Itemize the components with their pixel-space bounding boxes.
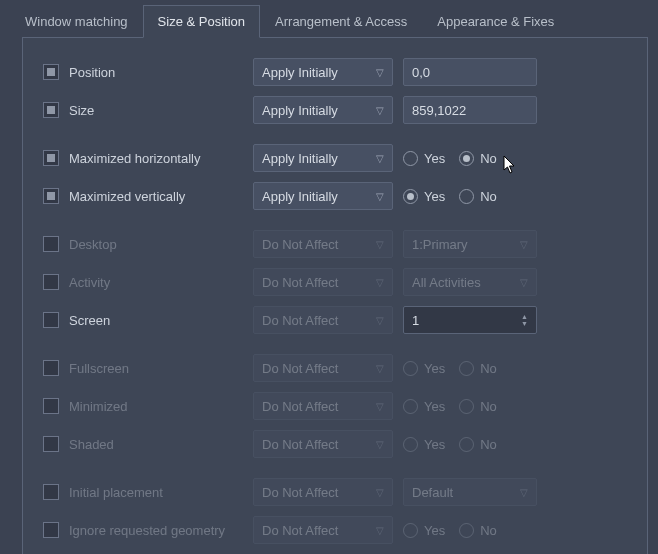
position-apply-select[interactable]: Apply Initially ▽ — [253, 58, 393, 86]
initial-placement-apply-select: Do Not Affect ▽ — [253, 478, 393, 506]
initial-placement-checkbox[interactable] — [43, 484, 59, 500]
screen-checkbox[interactable] — [43, 312, 59, 328]
ignore-geometry-no-radio — [459, 523, 474, 538]
fullscreen-apply-select: Do Not Affect ▽ — [253, 354, 393, 382]
max-h-no-label: No — [480, 151, 497, 166]
screen-apply-select: Do Not Affect ▽ — [253, 306, 393, 334]
row-position: Position Apply Initially ▽ 0,0 — [43, 56, 627, 88]
max-v-no-radio[interactable] — [459, 189, 474, 204]
minimized-checkbox[interactable] — [43, 398, 59, 414]
max-h-label: Maximized horizontally — [69, 151, 201, 166]
chevron-down-icon: ▽ — [376, 363, 384, 374]
max-h-apply-select[interactable]: Apply Initially ▽ — [253, 144, 393, 172]
max-v-apply-select[interactable]: Apply Initially ▽ — [253, 182, 393, 210]
max-h-yes-radio[interactable] — [403, 151, 418, 166]
desktop-apply-select: Do Not Affect ▽ — [253, 230, 393, 258]
ignore-geometry-checkbox[interactable] — [43, 522, 59, 538]
minimized-yes-radio — [403, 399, 418, 414]
tab-bar: Window matching Size & Position Arrangem… — [0, 0, 658, 37]
activity-value-select: All Activities ▽ — [403, 268, 537, 296]
shaded-no-radio — [459, 437, 474, 452]
fullscreen-no-radio — [459, 361, 474, 376]
tab-appearance-fixes[interactable]: Appearance & Fixes — [422, 5, 569, 38]
row-initial-placement: Initial placement Do Not Affect ▽ Defaul… — [43, 476, 627, 508]
chevron-down-icon: ▽ — [520, 487, 528, 498]
desktop-value-select: 1:Primary ▽ — [403, 230, 537, 258]
activity-checkbox[interactable] — [43, 274, 59, 290]
minimized-label: Minimized — [69, 399, 128, 414]
row-fullscreen: Fullscreen Do Not Affect ▽ Yes No — [43, 352, 627, 384]
row-size: Size Apply Initially ▽ 859,1022 — [43, 94, 627, 126]
shaded-apply-select: Do Not Affect ▽ — [253, 430, 393, 458]
position-input[interactable]: 0,0 — [403, 58, 537, 86]
initial-placement-label: Initial placement — [69, 485, 163, 500]
row-minimized: Minimized Do Not Affect ▽ Yes No — [43, 390, 627, 422]
fullscreen-yes-radio — [403, 361, 418, 376]
position-checkbox[interactable] — [43, 64, 59, 80]
max-v-yes-label: Yes — [424, 189, 445, 204]
tab-arrangement-access[interactable]: Arrangement & Access — [260, 5, 422, 38]
row-desktop: Desktop Do Not Affect ▽ 1:Primary ▽ — [43, 228, 627, 260]
chevron-down-icon: ▽ — [376, 277, 384, 288]
spinner-arrows-icon: ▲▼ — [521, 313, 528, 327]
chevron-down-icon: ▽ — [376, 401, 384, 412]
position-label: Position — [69, 65, 115, 80]
fullscreen-checkbox[interactable] — [43, 360, 59, 376]
shaded-checkbox[interactable] — [43, 436, 59, 452]
settings-panel: Position Apply Initially ▽ 0,0 Size Appl… — [22, 37, 648, 554]
activity-apply-select: Do Not Affect ▽ — [253, 268, 393, 296]
row-max-horizontal: Maximized horizontally Apply Initially ▽… — [43, 142, 627, 174]
screen-spinner[interactable]: 1 ▲▼ — [403, 306, 537, 334]
size-apply-select[interactable]: Apply Initially ▽ — [253, 96, 393, 124]
chevron-down-icon: ▽ — [376, 191, 384, 202]
chevron-down-icon: ▽ — [376, 439, 384, 450]
ignore-geometry-apply-select: Do Not Affect ▽ — [253, 516, 393, 544]
row-shaded: Shaded Do Not Affect ▽ Yes No — [43, 428, 627, 460]
tab-window-matching[interactable]: Window matching — [10, 5, 143, 38]
initial-placement-value-select: Default ▽ — [403, 478, 537, 506]
chevron-down-icon: ▽ — [376, 239, 384, 250]
row-activity: Activity Do Not Affect ▽ All Activities … — [43, 266, 627, 298]
max-v-label: Maximized vertically — [69, 189, 185, 204]
row-screen: Screen Do Not Affect ▽ 1 ▲▼ — [43, 304, 627, 336]
chevron-down-icon: ▽ — [520, 277, 528, 288]
max-h-no-radio[interactable] — [459, 151, 474, 166]
shaded-yes-radio — [403, 437, 418, 452]
max-v-checkbox[interactable] — [43, 188, 59, 204]
chevron-down-icon: ▽ — [376, 105, 384, 116]
desktop-label: Desktop — [69, 237, 117, 252]
minimized-no-radio — [459, 399, 474, 414]
activity-label: Activity — [69, 275, 110, 290]
size-label: Size — [69, 103, 94, 118]
fullscreen-label: Fullscreen — [69, 361, 129, 376]
row-ignore-geometry: Ignore requested geometry Do Not Affect … — [43, 514, 627, 546]
row-max-vertical: Maximized vertically Apply Initially ▽ Y… — [43, 180, 627, 212]
chevron-down-icon: ▽ — [376, 315, 384, 326]
chevron-down-icon: ▽ — [376, 153, 384, 164]
tab-size-position[interactable]: Size & Position — [143, 5, 260, 38]
max-h-checkbox[interactable] — [43, 150, 59, 166]
minimized-apply-select: Do Not Affect ▽ — [253, 392, 393, 420]
max-v-no-label: No — [480, 189, 497, 204]
size-input[interactable]: 859,1022 — [403, 96, 537, 124]
chevron-down-icon: ▽ — [376, 487, 384, 498]
chevron-down-icon: ▽ — [520, 239, 528, 250]
max-h-yes-label: Yes — [424, 151, 445, 166]
screen-label: Screen — [69, 313, 110, 328]
ignore-geometry-label: Ignore requested geometry — [69, 523, 225, 538]
size-checkbox[interactable] — [43, 102, 59, 118]
max-v-yes-radio[interactable] — [403, 189, 418, 204]
shaded-label: Shaded — [69, 437, 114, 452]
chevron-down-icon: ▽ — [376, 525, 384, 536]
ignore-geometry-yes-radio — [403, 523, 418, 538]
desktop-checkbox[interactable] — [43, 236, 59, 252]
chevron-down-icon: ▽ — [376, 67, 384, 78]
